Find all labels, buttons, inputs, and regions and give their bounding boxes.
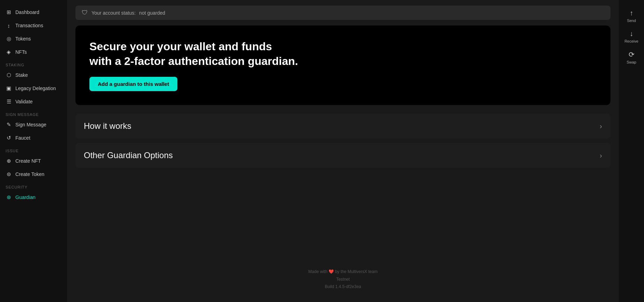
chevron-right-icon: ›	[600, 152, 602, 160]
expandable-row-title: Other Guardian Options	[84, 150, 173, 160]
shield-icon: 🛡	[82, 9, 88, 16]
legacy-delegation-icon: ▣	[6, 85, 12, 91]
sidebar-item-dashboard[interactable]: ⊞ Dashboard	[0, 6, 67, 19]
sidebar-item-label: Validate	[15, 99, 33, 104]
guardian-icon: ⊛	[6, 194, 12, 200]
main-content: 🛡 Your account status: not guarded Secur…	[67, 0, 619, 302]
transactions-icon: ↕	[6, 22, 12, 29]
sidebar-item-faucet[interactable]: ↺ Faucet	[0, 131, 67, 145]
chevron-right-icon: ›	[600, 122, 602, 130]
sidebar-item-stake[interactable]: ⬡ Stake	[0, 68, 67, 82]
rail-btn-label: Receive	[624, 39, 638, 43]
hero-card: Secure your your wallet and funds with a…	[75, 25, 610, 105]
rail-btn-label: Send	[627, 19, 636, 23]
sidebar-item-transactions[interactable]: ↕ Transactions	[0, 19, 67, 32]
hero-title: Secure your your wallet and funds with a…	[89, 39, 597, 68]
expandable-row-title: How it works	[84, 121, 131, 131]
footer-build: Build 1.4.5-df2e3ea	[75, 283, 610, 291]
sidebar-item-label: Create NFT	[15, 158, 41, 164]
sidebar-item-sign-message[interactable]: ✎ Sign Message	[0, 118, 67, 131]
rail-btn-swap[interactable]: ⟳ Swap	[621, 47, 642, 68]
sidebar-item-label: Sign Message	[15, 122, 46, 127]
footer-made-with: Made with	[308, 269, 328, 274]
footer-network: Testnet	[75, 276, 610, 283]
sidebar-item-nfts[interactable]: ◈ NFTs	[0, 45, 67, 59]
footer-by-text: by the MultiversX team	[335, 269, 378, 274]
add-guardian-button[interactable]: Add a guardian to this wallet	[89, 77, 177, 91]
faucet-icon: ↺	[6, 135, 12, 141]
rail-btn-receive[interactable]: ↓ Receive	[621, 26, 642, 47]
stake-icon: ⬡	[6, 72, 12, 78]
sidebar-section-sign-message: SIGN MESSAGE	[0, 108, 67, 118]
sidebar-item-legacy-delegation[interactable]: ▣ Legacy Delegation	[0, 82, 67, 95]
sidebar-item-create-token[interactable]: ⊜ Create Token	[0, 168, 67, 181]
swap-icon: ⟳	[629, 50, 635, 59]
account-status-bar: 🛡 Your account status: not guarded	[75, 6, 610, 20]
sidebar-item-label: Create Token	[15, 171, 44, 177]
create-token-icon: ⊜	[6, 171, 12, 177]
sign-message-icon: ✎	[6, 121, 12, 128]
sidebar-item-label: Transactions	[15, 23, 43, 28]
sidebar-section-staking: STAKING	[0, 59, 67, 68]
right-rail: ↑ Send ↓ Receive ⟳ Swap	[619, 0, 644, 302]
sidebar-item-validate[interactable]: ☰ Validate	[0, 95, 67, 108]
sidebar-item-guardian[interactable]: ⊛ Guardian	[0, 191, 67, 204]
sidebar-item-label: Tokens	[15, 36, 31, 42]
sidebar-item-label: Stake	[15, 72, 28, 78]
sidebar: ⊞ Dashboard ↕ Transactions ◎ Tokens ◈ NF…	[0, 0, 67, 302]
sidebar-item-label: Guardian	[15, 194, 36, 200]
sidebar-item-tokens[interactable]: ◎ Tokens	[0, 32, 67, 45]
sidebar-item-label: Faucet	[15, 135, 30, 141]
expandable-row-how-it-works[interactable]: How it works ›	[75, 113, 610, 139]
send-icon: ↑	[630, 9, 633, 17]
status-value: not guarded	[139, 10, 165, 16]
sidebar-item-create-nft[interactable]: ⊕ Create NFT	[0, 154, 67, 168]
rail-btn-label: Swap	[627, 60, 636, 64]
validate-icon: ☰	[6, 98, 12, 105]
sidebar-item-label: Legacy Delegation	[15, 86, 56, 91]
expandable-row-other-guardian-options[interactable]: Other Guardian Options ›	[75, 143, 610, 168]
sidebar-item-label: Dashboard	[15, 9, 39, 15]
sidebar-item-label: NFTs	[15, 49, 27, 55]
create-nft-icon: ⊕	[6, 158, 12, 164]
tokens-icon: ◎	[6, 36, 12, 42]
dashboard-icon: ⊞	[6, 9, 12, 15]
sidebar-section-security: SECURITY	[0, 181, 67, 191]
rail-btn-send[interactable]: ↑ Send	[621, 6, 642, 26]
sidebar-section-issue: ISSUE	[0, 145, 67, 154]
receive-icon: ↓	[630, 30, 633, 38]
heart-icon: ❤️	[329, 269, 335, 274]
nfts-icon: ◈	[6, 49, 12, 55]
footer: Made with ❤️ by the MultiversX team Test…	[75, 254, 610, 296]
status-text: Your account status:	[92, 10, 136, 16]
